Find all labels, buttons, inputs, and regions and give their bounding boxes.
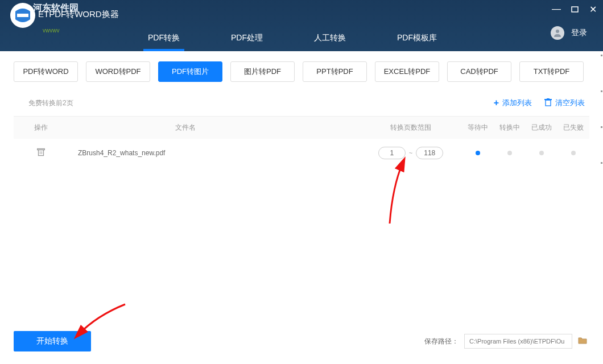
add-list-button[interactable]: + 添加列表 [494, 98, 532, 108]
svg-rect-5 [547, 98, 550, 100]
svg-rect-3 [546, 100, 551, 106]
clear-label: 清空列表 [555, 98, 585, 108]
svg-rect-1 [572, 7, 578, 12]
nav-pdf-process[interactable]: PDF处理 [231, 26, 263, 51]
svg-rect-7 [37, 149, 44, 150]
status-waiting-dot [476, 151, 480, 155]
col-filename: 文件名 [68, 123, 360, 133]
nav-pdf-convert[interactable]: PDF转换 [148, 26, 180, 51]
minimize-button[interactable]: — [551, 3, 562, 15]
tab-txt-to-pdf[interactable]: TXT转PDF [519, 61, 584, 82]
clear-list-button[interactable]: 清空列表 [544, 98, 585, 108]
tab-pdf-to-word[interactable]: PDF转WORD [14, 61, 78, 82]
trash-icon [544, 98, 552, 108]
file-table: 操作 文件名 转换页数范围 等待中 转换中 已成功 已失败 ZBrush4_R2… [14, 116, 589, 167]
main-nav: PDF转换 PDF处理 人工转换 PDF模板库 [0, 26, 603, 51]
svg-point-2 [556, 30, 559, 33]
annotation-arrow-1 [387, 158, 410, 229]
file-name: ZBrush4_R2_whats_new.pdf [68, 149, 360, 157]
login-label: 登录 [571, 28, 587, 38]
plus-icon: + [494, 98, 499, 108]
delete-row-button[interactable] [37, 148, 45, 158]
login-button[interactable]: 登录 [551, 26, 587, 40]
maximize-button[interactable] [569, 3, 580, 15]
sub-tabs: PDF转WORD WORD转PDF PDF转图片 图片转PDF PPT转PDF … [14, 61, 589, 82]
status-converting-dot [507, 151, 512, 155]
tab-cad-to-pdf[interactable]: CAD转PDF [447, 61, 511, 82]
titlebar: 河东软件园 vwvwv ETPDF转WORD换器 — ✕ PDF转换 PDF处理… [0, 0, 603, 51]
col-converting: 转换中 [494, 123, 526, 133]
col-operation: 操作 [14, 123, 68, 133]
col-failed: 已失败 [557, 123, 589, 133]
page-to-input[interactable] [416, 147, 443, 159]
tab-pdf-to-image[interactable]: PDF转图片 [158, 61, 222, 82]
status-success-dot [539, 151, 544, 155]
col-success: 已成功 [526, 123, 557, 133]
app-title: ETPDF转WORD换器 [38, 9, 119, 20]
page-from-input[interactable] [378, 147, 406, 159]
status-failed-dot [571, 151, 576, 155]
range-separator: ~ [409, 150, 412, 156]
tab-ppt-to-pdf[interactable]: PPT转PDF [303, 61, 367, 82]
col-waiting: 等待中 [462, 123, 494, 133]
side-decoration [600, 51, 603, 364]
start-convert-button[interactable]: 开始转换 [14, 331, 91, 351]
add-label: 添加列表 [502, 98, 532, 108]
nav-templates[interactable]: PDF模板库 [397, 26, 437, 51]
url-fragment: vwvwv [43, 27, 59, 34]
save-path-label: 保存路径： [424, 337, 459, 346]
svg-rect-6 [38, 150, 43, 156]
close-button[interactable]: ✕ [587, 3, 598, 15]
table-row: ZBrush4_R2_whats_new.pdf ~ [14, 139, 589, 167]
free-tip: 免费转换前2页 [28, 98, 73, 108]
tab-excel-to-pdf[interactable]: EXCEL转PDF [375, 61, 439, 82]
avatar-icon [551, 26, 564, 40]
save-path-input[interactable]: C:\Program Files (x86)\ETPDF\Ou [464, 334, 572, 349]
browse-folder-button[interactable] [578, 337, 589, 346]
tab-word-to-pdf[interactable]: WORD转PDF [86, 61, 150, 82]
tab-image-to-pdf[interactable]: 图片转PDF [230, 61, 295, 82]
col-range: 转换页数范围 [360, 123, 462, 133]
nav-manual[interactable]: 人工转换 [314, 26, 346, 51]
